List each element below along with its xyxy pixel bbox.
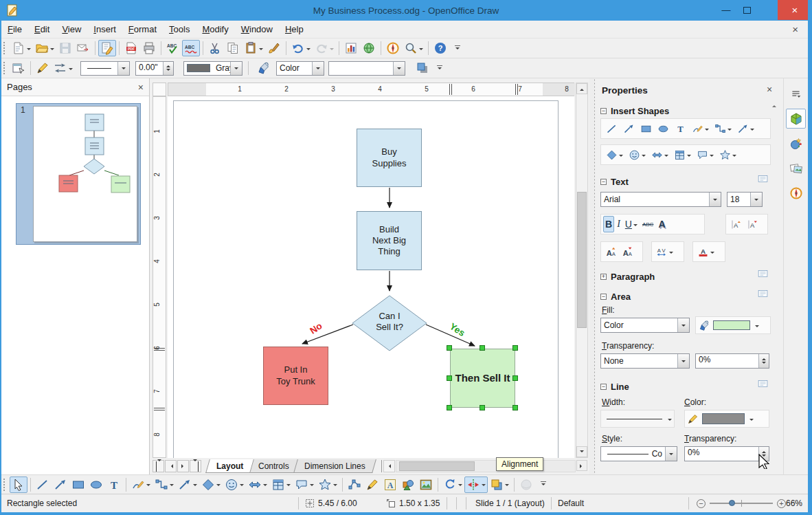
insert-chart-button[interactable] xyxy=(342,40,360,56)
minimize-button[interactable]: — xyxy=(716,0,736,20)
selection-handle[interactable] xyxy=(447,375,452,381)
menu-view[interactable]: View xyxy=(56,22,87,36)
combo-button[interactable] xyxy=(750,193,762,206)
vertical-scrollbar[interactable] xyxy=(576,83,588,458)
decrease-font-button[interactable] xyxy=(620,243,635,260)
selection-handle[interactable] xyxy=(480,345,485,351)
selection-handle[interactable] xyxy=(447,405,452,410)
decrease-spacing-button[interactable] xyxy=(745,216,760,232)
star-shapes-tool[interactable] xyxy=(316,476,339,493)
font-color-button[interactable] xyxy=(695,243,717,260)
callout-shapes-tool[interactable] xyxy=(695,146,716,163)
transparency-value-input[interactable]: 0% xyxy=(695,353,769,369)
scrollbar-thumb[interactable] xyxy=(577,192,587,328)
bold-button[interactable]: B xyxy=(603,216,614,232)
combo-button[interactable] xyxy=(230,62,242,75)
zoom-button[interactable] xyxy=(402,40,425,56)
close-button[interactable]: × xyxy=(778,0,812,20)
line-style-select[interactable] xyxy=(80,61,130,76)
shadow-text-button[interactable]: A xyxy=(656,216,667,232)
copy-button[interactable] xyxy=(224,40,242,56)
menu-modify[interactable]: Modify xyxy=(196,22,234,36)
area-fill-color-button[interactable] xyxy=(695,316,771,334)
gallery-button[interactable] xyxy=(417,476,435,493)
line-width-select[interactable] xyxy=(600,410,675,428)
symbol-shapes-tool[interactable] xyxy=(627,146,648,163)
sidebar-tab-properties[interactable] xyxy=(786,109,806,129)
line-dialog-button[interactable] xyxy=(34,60,52,76)
export-pdf-button[interactable] xyxy=(122,40,140,56)
hscroll-right-button[interactable] xyxy=(576,460,587,471)
transparency-type-select[interactable]: None xyxy=(600,353,690,369)
horizontal-ruler[interactable]: 1 2 3 4 5 6 7 8 xyxy=(168,83,574,96)
arrow-tool[interactable] xyxy=(52,476,69,493)
hyperlink-button[interactable] xyxy=(360,40,378,56)
combo-button[interactable] xyxy=(312,62,324,75)
line-color-button[interactable] xyxy=(684,410,769,428)
spellcheck-button[interactable] xyxy=(164,40,182,56)
basic-shapes-tool[interactable] xyxy=(199,476,223,493)
menu-edit[interactable]: Edit xyxy=(28,22,56,36)
combo-button[interactable] xyxy=(677,354,689,368)
toolbar-grip[interactable] xyxy=(3,61,6,75)
line-width-value[interactable]: 0.00" xyxy=(136,62,163,75)
close-icon[interactable]: × xyxy=(138,82,144,93)
toolbar-grip[interactable] xyxy=(3,478,6,492)
tab-controls[interactable]: Controls xyxy=(247,459,300,473)
ellipse-tool[interactable] xyxy=(87,476,105,493)
arrow-style-button[interactable] xyxy=(52,60,75,76)
section-insert-shapes[interactable]: − Insert Shapes xyxy=(600,106,775,116)
curve-tool[interactable] xyxy=(129,476,153,493)
toolbar-grip[interactable] xyxy=(3,41,6,55)
menu-format[interactable]: Format xyxy=(122,22,163,36)
edit-mode-button[interactable] xyxy=(98,40,116,56)
combo-button[interactable] xyxy=(665,447,677,461)
text-tool[interactable] xyxy=(105,476,123,493)
section-text[interactable]: − Text xyxy=(600,177,775,187)
strikethrough-button[interactable]: ABC xyxy=(640,216,655,232)
line-transparency-value[interactable]: 0% xyxy=(685,447,758,461)
line-width-input[interactable]: 0.00" xyxy=(135,61,174,76)
connector-tool[interactable] xyxy=(153,476,176,493)
section-line[interactable]: − Line xyxy=(600,382,775,392)
toolbar-overflow-button[interactable] xyxy=(541,481,546,487)
italic-button[interactable]: I xyxy=(615,216,622,232)
open-button[interactable] xyxy=(33,40,56,56)
menu-insert[interactable]: Insert xyxy=(87,22,122,36)
paragraph-dialog-launcher-icon[interactable] xyxy=(758,270,768,278)
selection-handle[interactable] xyxy=(480,405,485,410)
basic-shapes-tool[interactable] xyxy=(604,146,625,163)
section-paragraph[interactable]: + Paragraph xyxy=(600,272,775,282)
selection-handle[interactable] xyxy=(512,405,518,410)
character-spacing-button[interactable] xyxy=(654,243,675,260)
rectangle-tool[interactable] xyxy=(638,120,654,137)
zoom-slider[interactable] xyxy=(710,503,773,504)
menu-window[interactable]: Window xyxy=(235,22,279,36)
combo-button[interactable] xyxy=(677,318,689,332)
lines-arrows-tool[interactable] xyxy=(735,120,756,137)
text-tool[interactable] xyxy=(673,120,688,137)
collapse-icon[interactable]: − xyxy=(600,384,607,390)
increase-spacing-button[interactable] xyxy=(728,216,744,232)
tab-layout[interactable]: Layout xyxy=(205,459,254,473)
page-thumbnail[interactable]: 1 xyxy=(16,103,141,245)
line-dialog-launcher-icon[interactable] xyxy=(758,380,768,388)
increase-font-button[interactable] xyxy=(603,243,619,260)
horizontal-scrollbar[interactable] xyxy=(396,460,576,472)
zoom-slider-thumb[interactable] xyxy=(729,500,735,506)
selection-handle[interactable] xyxy=(512,375,518,381)
flowchart-shapes-tool[interactable] xyxy=(269,476,293,493)
block-arrows-tool[interactable] xyxy=(649,146,670,163)
area-dialog-launcher-icon[interactable] xyxy=(758,289,768,298)
callout-shapes-tool[interactable] xyxy=(293,476,316,493)
collapse-icon[interactable]: − xyxy=(600,294,607,300)
first-page-button[interactable] xyxy=(153,460,164,472)
rotate-button[interactable] xyxy=(441,476,464,493)
last-page-button[interactable] xyxy=(190,460,201,472)
redo-button[interactable] xyxy=(313,40,336,56)
close-icon[interactable]: × xyxy=(767,84,772,95)
email-button[interactable] xyxy=(74,40,92,56)
combo-button[interactable] xyxy=(393,62,405,75)
underline-button[interactable]: U xyxy=(623,216,640,232)
paste-button[interactable] xyxy=(242,40,265,56)
